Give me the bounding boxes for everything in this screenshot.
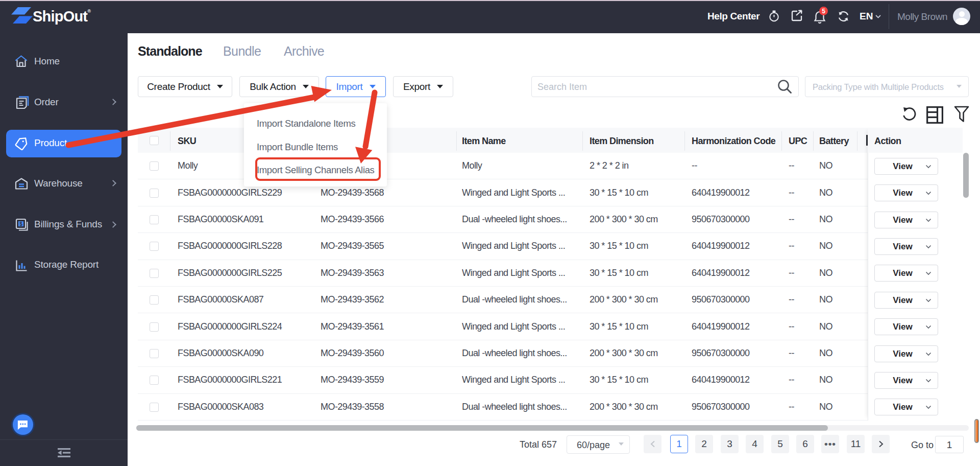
svg-text:$: $	[19, 221, 22, 227]
